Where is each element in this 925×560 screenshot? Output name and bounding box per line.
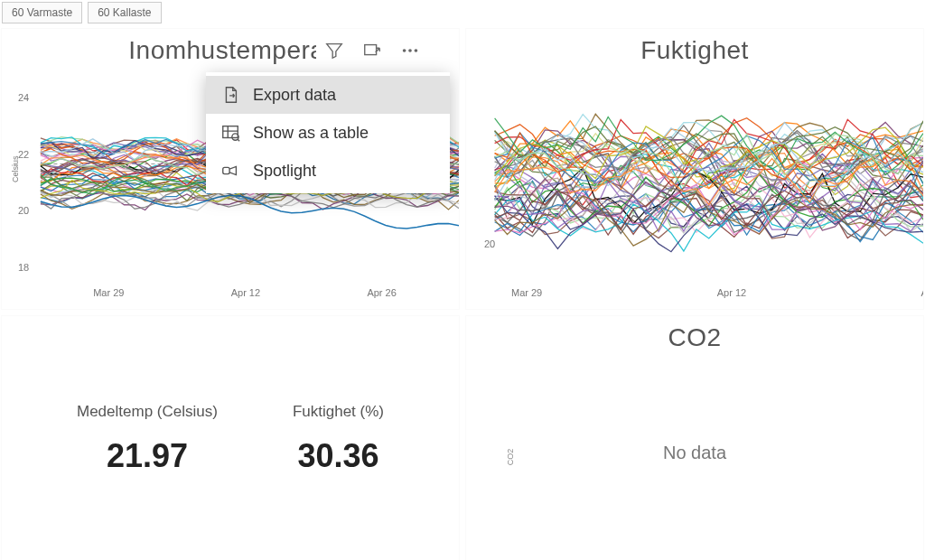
co2-title: CO2 (466, 316, 923, 352)
xtick: Apr 12 (231, 287, 260, 298)
coldest-60-button[interactable]: 60 Kallaste (88, 2, 161, 23)
svg-point-1 (403, 49, 406, 52)
kpi-temp-value: 21.97 (77, 437, 218, 475)
svg-rect-0 (365, 45, 377, 55)
kpi-temp-label: Medeltemp (Celsius) (77, 403, 218, 421)
humidity-chart: . 20 Mar 29 Apr 12 Apr 26 (466, 83, 923, 300)
humidity-xticks: Mar 29 Apr 12 Apr 26 (511, 287, 923, 298)
xtick: Apr 12 (717, 287, 746, 298)
visual-context-menu: Export data Show as a table Spotlight (206, 72, 450, 193)
ytick: 18 (18, 262, 29, 273)
focus-icon (362, 41, 382, 61)
humidity-title: Fuktighet (466, 29, 923, 65)
co2-nodata: No data (663, 443, 726, 463)
xtick: Mar 29 (511, 287, 542, 298)
tile-temperature: Inomhustemperat (2, 29, 459, 309)
menu-spotlight-label: Spotlight (253, 162, 316, 181)
spotlight-icon (220, 161, 240, 181)
filter-icon (324, 41, 344, 61)
kpi-humidity: Fuktighet (%) 30.36 (293, 403, 384, 475)
tile-kpi: Medeltemp (Celsius) 21.97 Fuktighet (%) … (2, 316, 459, 560)
filter-button[interactable] (322, 38, 347, 63)
menu-export-label: Export data (253, 86, 336, 105)
warmest-60-button[interactable]: 60 Varmaste (2, 2, 82, 23)
focus-mode-button[interactable] (360, 38, 385, 63)
menu-show-table[interactable]: Show as a table (206, 114, 450, 152)
svg-rect-6 (223, 167, 229, 173)
temperature-xticks: Mar 29 Apr 12 Apr 26 (40, 287, 450, 298)
ytick: 20 (18, 205, 29, 216)
temperature-yticks: 24 22 20 18 (18, 92, 29, 273)
humidity-lines (466, 83, 923, 300)
svg-point-2 (408, 49, 412, 52)
menu-export-data[interactable]: Export data (206, 76, 450, 114)
tile-co2: CO2 CO2 No data (466, 316, 923, 560)
menu-table-label: Show as a table (253, 124, 369, 143)
kpi-temperature: Medeltemp (Celsius) 21.97 (77, 403, 218, 475)
more-options-button[interactable] (397, 38, 423, 63)
ytick: 24 (18, 92, 29, 103)
export-icon (220, 85, 240, 105)
kpi-hum-label: Fuktighet (%) (293, 403, 384, 421)
svg-rect-4 (223, 126, 238, 138)
co2-ylabel: CO2 (506, 449, 515, 466)
ytick: 20 (484, 238, 495, 249)
xtick: Apr 26 (921, 287, 923, 298)
xtick: Mar 29 (93, 287, 124, 298)
kpi-hum-value: 30.36 (293, 437, 384, 475)
ytick: 22 (18, 149, 29, 160)
humidity-yticks: . 20 (484, 146, 495, 249)
more-icon (400, 41, 420, 61)
menu-spotlight[interactable]: Spotlight (206, 152, 450, 190)
table-icon (220, 123, 240, 143)
tile-humidity: Fuktighet . 20 Mar 29 Apr 12 Apr 26 (466, 29, 923, 309)
xtick: Apr 26 (367, 287, 396, 298)
svg-point-3 (415, 49, 418, 52)
